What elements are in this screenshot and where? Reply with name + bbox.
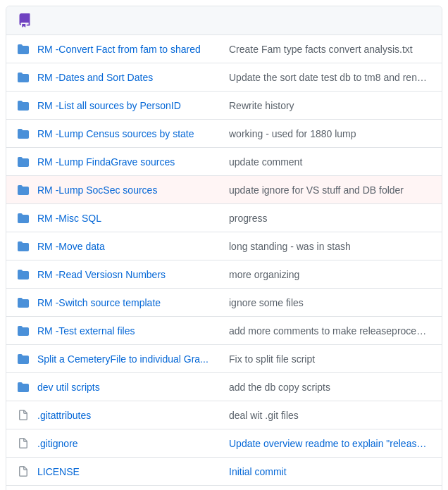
- file-description: Update the sort date test db to tm8 and …: [229, 72, 430, 83]
- file-description: Create Fam type facts convert analysis.t…: [229, 44, 430, 55]
- file-name[interactable]: RM -Test external files: [37, 325, 220, 337]
- file-icon: [18, 466, 29, 477]
- file-description[interactable]: Initial commit: [229, 466, 430, 477]
- table-row: dev util scriptsadd the db copy scripts: [6, 373, 442, 401]
- folder-icon: [18, 213, 29, 224]
- file-description: Rewrite history: [229, 100, 430, 111]
- folder-icon: [18, 100, 29, 111]
- repository-table: RM -Convert Fact from fam to sharedCreat…: [6, 6, 442, 490]
- table-row: RM -Read Versiosn Numbersmore organizing: [6, 260, 442, 289]
- table-row: RM -Switch source templateignore some fi…: [6, 289, 442, 317]
- repo-icon: [18, 13, 32, 27]
- table-row: .gitattributesdeal wit .git files: [6, 401, 442, 429]
- file-name[interactable]: LICENSE: [37, 466, 220, 477]
- table-row: Split a CemeteryFile to individual Gra..…: [6, 345, 442, 373]
- table-row: RM -Lump SocSec sourcesupdate ignore for…: [6, 176, 442, 204]
- table-row: RM -Move datalong standing - was in stas…: [6, 232, 442, 260]
- folder-icon: [18, 382, 29, 393]
- file-description: add more comments to make releaseprocess…: [229, 325, 430, 337]
- file-icon: [18, 410, 29, 421]
- folder-icon: [18, 297, 29, 308]
- table-row: RM -List all sources by PersonIDRewrite …: [6, 92, 442, 120]
- file-description: long standing - was in stash: [229, 241, 430, 252]
- file-description: update ignore for VS stuff and DB folder: [229, 184, 430, 196]
- file-description: add the db copy scripts: [229, 382, 430, 393]
- folder-icon: [18, 184, 29, 196]
- table-row: RM -Lump FindaGrave sourcesupdate commen…: [6, 148, 442, 176]
- file-name[interactable]: RM -Misc SQL: [37, 213, 220, 224]
- file-description: ignore some files: [229, 297, 430, 308]
- folder-icon: [18, 269, 29, 280]
- table-row: RM -Dates and Sort DatesUpdate the sort …: [6, 63, 442, 92]
- file-description: working - used for 1880 lump: [229, 128, 430, 139]
- file-name[interactable]: .gitattributes: [37, 410, 220, 421]
- table-row: LICENSEInitial commit: [6, 458, 442, 486]
- folder-icon: [18, 325, 29, 337]
- file-description: more organizing: [229, 269, 430, 280]
- table-row: RM -Test external filesadd more comments…: [6, 317, 442, 345]
- file-name[interactable]: .gitignore: [37, 438, 220, 449]
- table-row: RM -Convert Fact from fam to sharedCreat…: [6, 35, 442, 63]
- file-name[interactable]: RM -Lump Census sources by state: [37, 128, 220, 139]
- file-name[interactable]: RM -Lump SocSec sources: [37, 184, 220, 196]
- file-description[interactable]: Update overview readme to explain "relea…: [229, 438, 430, 449]
- file-description: deal wit .git files: [229, 410, 430, 421]
- repository-header: [6, 6, 442, 35]
- file-icon: [18, 438, 29, 449]
- file-name[interactable]: RM -Switch source template: [37, 297, 220, 308]
- file-name[interactable]: RM -Lump FindaGrave sources: [37, 156, 220, 168]
- file-description: progress: [229, 213, 430, 224]
- folder-icon: [18, 353, 29, 365]
- file-description: update comment: [229, 156, 430, 168]
- file-name[interactable]: RM -Read Versiosn Numbers: [37, 269, 220, 280]
- folder-icon: [18, 241, 29, 252]
- file-name[interactable]: RM -Convert Fact from fam to shared: [37, 44, 220, 55]
- file-name[interactable]: dev util scripts: [37, 382, 220, 393]
- folder-icon: [18, 156, 29, 168]
- folder-icon: [18, 72, 29, 83]
- table-row: RM -Misc SQLprogress: [6, 204, 442, 232]
- file-name[interactable]: Split a CemeteryFile to individual Gra..…: [37, 353, 220, 365]
- folder-icon: [18, 44, 29, 55]
- file-description: Fix to split file script: [229, 353, 430, 365]
- folder-icon: [18, 128, 29, 139]
- file-name[interactable]: RM -Dates and Sort Dates: [37, 72, 220, 83]
- table-row: RM -Lump Census sources by stateworking …: [6, 120, 442, 148]
- file-name[interactable]: RM -Move data: [37, 241, 220, 252]
- file-name[interactable]: RM -List all sources by PersonID: [37, 100, 220, 111]
- table-row: .gitignoreUpdate overview readme to expl…: [6, 429, 442, 458]
- file-list: RM -Convert Fact from fam to sharedCreat…: [6, 35, 442, 490]
- table-row: README.mdUpdate for rm 9: [6, 486, 442, 490]
